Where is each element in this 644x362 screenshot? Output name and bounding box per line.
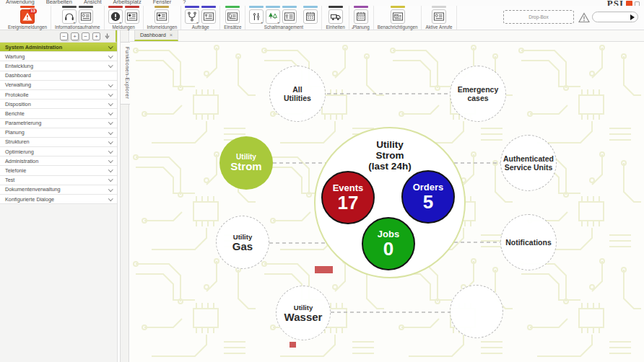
node-label: Service Units [505,163,553,172]
node-all-utilities[interactable]: All Utilities [269,66,326,122]
sidebar-item-telefonie[interactable]: Telefonie [0,166,117,175]
chevron-down-icon [108,177,113,182]
node-utility-strom[interactable]: Utility Strom [219,136,273,190]
schaltliste-button[interactable] [282,9,297,24]
menu-arbeitsplatz[interactable]: Arbeitsplatz [113,0,142,5]
hub-title: Utility Strom (last 24h) [316,139,464,172]
sidebar-item-entwicklung[interactable]: Entwicklung [0,61,117,71]
toolbar-collapse-caret-icon[interactable]: ▴ [352,25,354,30]
informationsaufnahme-button[interactable]: + [62,9,77,24]
sidebar-item-label: Test [5,177,14,183]
sidebar-item-label: Entwicklung [5,63,33,69]
auftragsliste-button[interactable] [201,9,216,24]
collapse-button[interactable]: − [82,32,90,40]
menu-bearbeiten[interactable]: Bearbeiten [46,0,72,5]
metric-orders[interactable]: Orders 5 [401,170,455,224]
sidebar-item-parametrierung[interactable]: Parametrierung [0,119,117,128]
sidebar-item-protokolle[interactable]: Protokolle [0,90,117,100]
metric-events[interactable]: Events 17 [321,171,375,224]
schaltzustand-button[interactable]: + [249,9,264,24]
toolbar-group-label: Einheiten [326,25,344,30]
expand-all-button[interactable]: + [71,32,79,40]
auftraege-button[interactable]: + [185,9,199,24]
document-list-icon [227,11,238,22]
node-empty[interactable] [450,285,503,338]
search-go-icon[interactable] [630,14,635,20]
application-window: Anwendung Bearbeiten Ansicht Arbeitsplat… [0,0,644,362]
node-utility-gas[interactable]: Utility Gas [216,216,269,269]
expand-button[interactable]: + [92,32,100,40]
drop-box[interactable]: Drop-Box [503,10,574,24]
sidebar-item-dokumentenverwaltung[interactable]: Dokumentenverwaltung [0,185,117,195]
sidebar-item-label: Dashboard [5,72,31,79]
toolbar-group-infomeldungen: Infomeldungen [144,6,182,30]
aktive-anrufe-button[interactable] [432,9,446,24]
sidebar-item-dashboard[interactable]: Dashboard [0,71,117,81]
sidebar-item-verwaltung[interactable]: Verwaltung [0,81,117,90]
sidebar-item-strukturen[interactable]: Strukturen [0,138,117,147]
sidebar-item-label: Strukturen [5,138,30,145]
node-notifications[interactable]: Notifications [500,214,557,270]
benachrichtigungen-button[interactable] [391,9,405,24]
toolbar-group-ereignismeldungen: 13 Ereignismeldungen [4,6,51,30]
sidebar-item-label: Optimierung [5,149,34,155]
menu-help[interactable]: ? [183,0,186,5]
warning-outline-icon[interactable] [578,12,590,23]
menu-ansicht[interactable]: Ansicht [84,0,102,5]
einsaetze-button[interactable] [225,9,240,24]
tab-bar: Dashboard × [130,30,644,42]
accent-bar [354,6,368,8]
node-label: Gas [232,241,253,252]
node-label: Emergency [458,85,499,94]
informationsliste-button[interactable] [79,9,93,24]
collapse-all-button[interactable]: − [60,32,68,40]
dashboard-canvas: All Utilities Emergency cases Authentica… [130,42,644,362]
accent-bar [266,6,280,8]
infomeldungen-button[interactable] [155,9,169,24]
sidebar-item-label: Disposition [5,101,31,107]
einheiten-button[interactable] [328,9,343,24]
sidebar-item-konfigurierte-dialoge[interactable]: Konfigurierte Dialoge [0,195,117,204]
pin-icon[interactable] [103,32,111,40]
accent-bar [108,6,123,8]
chevron-down-icon [108,149,113,153]
toolbar-group-schaltmanagement: + + [245,6,322,30]
sidebar-item-test[interactable]: Test [0,176,117,185]
sidebar-item-administration[interactable]: Administration [0,156,117,166]
toolbar-group-benachrichtigungen: Benachrichtigungen [374,6,422,30]
tab-dashboard[interactable]: Dashboard × [134,30,178,41]
meldungsliste-button[interactable] [125,9,139,24]
menu-fenster[interactable]: Fenster [153,0,171,5]
vegetation-button[interactable]: + [266,9,280,24]
menu-anwendung[interactable]: Anwendung [6,0,35,5]
funktionen-explorer-tab[interactable]: Funktionen-Explorer [121,42,130,105]
sidebar-item-berichte[interactable]: Berichte [0,109,117,118]
planung-button[interactable] [354,9,368,24]
metric-jobs[interactable]: Jobs 0 [362,217,415,270]
node-authenticated-service-units[interactable]: Authenticated Service Units [500,135,557,191]
ereignismeldungen-button[interactable]: 13 [20,9,35,24]
sidebar-item-system-administration[interactable]: System Administration [0,43,117,52]
schaltkalender-button[interactable] [303,9,318,24]
node-emergency-cases[interactable]: Emergency cases [450,66,506,122]
close-icon[interactable]: × [170,32,173,38]
toolbar-group-label: Ereignismeldungen [8,25,47,30]
toolbar-group-meldungen: + Meldungen [105,6,144,30]
search-box [592,12,638,22]
order-list-icon [203,11,214,22]
mail-list-icon [392,11,404,22]
search-input[interactable] [596,14,629,19]
hub-title-line: Utility [316,139,464,150]
node-label: Utility [233,234,252,241]
sidebar-item-disposition[interactable]: Disposition [0,100,117,109]
sidebar-item-wartung[interactable]: Wartung [0,52,117,61]
sidebar-item-planung[interactable]: Planung [0,128,117,138]
chevron-down-icon [108,53,113,58]
sidebar-item-label: Parametrierung [5,120,41,126]
sidebar-item-optimierung[interactable]: Optimierung [0,147,117,156]
message-list-icon [126,11,138,22]
node-label: Wasser [284,312,323,322]
sidebar-item-label: Verwaltung [5,81,31,88]
node-utility-wasser[interactable]: Utility Wasser [276,286,331,340]
meldungen-button[interactable]: + [108,9,123,24]
